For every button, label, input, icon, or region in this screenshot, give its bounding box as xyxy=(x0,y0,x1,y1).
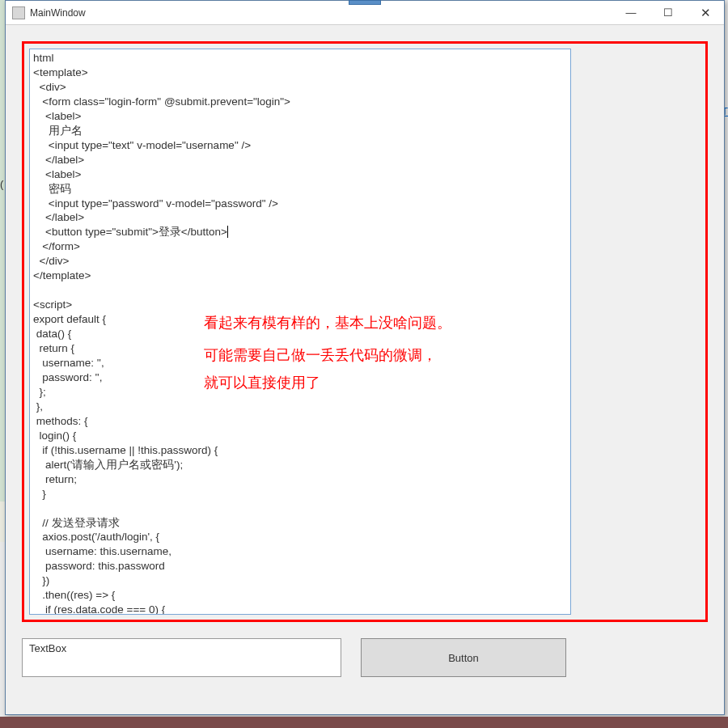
annotation-text-1: 看起来有模有样的，基本上没啥问题。 xyxy=(204,309,451,336)
titlebar-accent xyxy=(349,0,381,5)
close-button[interactable]: ✕ xyxy=(687,1,724,24)
app-icon xyxy=(12,6,25,19)
window-title: MainWindow xyxy=(30,7,612,19)
minimize-button[interactable]: — xyxy=(612,1,650,24)
main-window: MainWindow — ☐ ✕ html<template> <div> <f… xyxy=(5,0,725,715)
submit-button[interactable]: Button xyxy=(361,638,566,677)
window-controls: — ☐ ✕ xyxy=(612,1,724,24)
bottom-row: Button xyxy=(22,638,708,680)
maximize-button[interactable]: ☐ xyxy=(650,1,687,24)
bottom-background-strip xyxy=(0,717,728,728)
background-char-fragment: ( xyxy=(0,178,3,190)
input-textbox[interactable] xyxy=(22,638,341,677)
annotation-text-2: 可能需要自己做一丢丢代码的微调，就可以直接使用了 xyxy=(204,341,437,396)
highlight-box: html<template> <div> <form class="login-… xyxy=(22,41,708,622)
client-area: html<template> <div> <form class="login-… xyxy=(6,25,724,714)
